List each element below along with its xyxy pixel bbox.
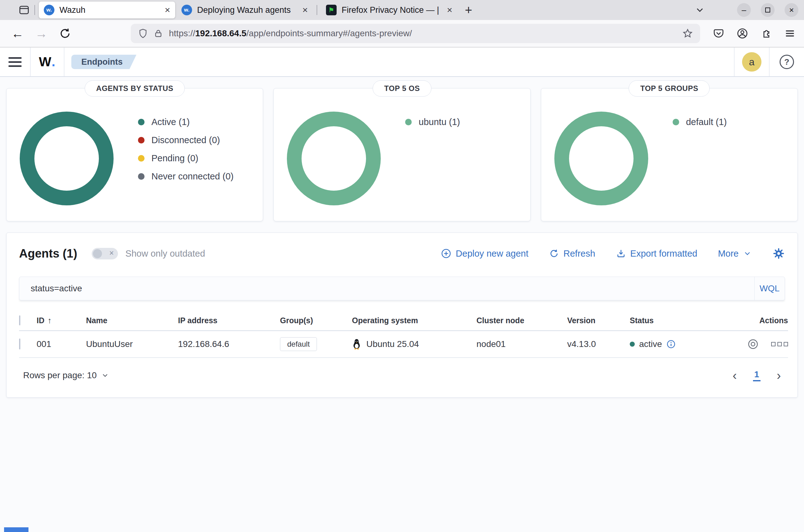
- export-formatted-button[interactable]: Export formatted: [616, 248, 697, 259]
- tab-wazuh[interactable]: w. Wazuh ×: [39, 2, 175, 18]
- prev-page-button[interactable]: ‹: [733, 369, 737, 382]
- agents-title: Agents (1): [19, 247, 77, 260]
- wazuh-menu-button[interactable]: [0, 48, 30, 76]
- column-operating-system[interactable]: Operating system: [352, 316, 476, 325]
- refresh-button[interactable]: Refresh: [549, 248, 595, 259]
- tab-separator: [316, 5, 317, 15]
- agents-by-status-donut-chart[interactable]: [20, 112, 113, 205]
- refresh-icon: [549, 248, 559, 259]
- page-number[interactable]: 1: [753, 369, 761, 381]
- bookmark-star-icon[interactable]: [682, 28, 693, 39]
- next-page-button[interactable]: ›: [777, 369, 781, 382]
- status-active-dot: [630, 342, 635, 347]
- card-title: AGENTS BY STATUS: [85, 80, 185, 97]
- minimize-button[interactable]: –: [737, 3, 751, 17]
- wql-search-bar[interactable]: status=active WQL: [19, 277, 785, 300]
- account-icon[interactable]: [736, 27, 748, 39]
- top-5-os-donut-chart[interactable]: [287, 112, 381, 205]
- linux-tux-icon: [352, 339, 361, 350]
- legend-dot: [673, 119, 679, 125]
- legend-item-never-connected[interactable]: Never connected (0): [138, 167, 234, 185]
- close-window-button[interactable]: ×: [785, 3, 798, 17]
- tab-close-icon[interactable]: ×: [302, 5, 308, 15]
- firefox-view-icon: [18, 4, 30, 16]
- help-icon[interactable]: ?: [780, 55, 794, 69]
- app-menu-hamburger-icon[interactable]: [784, 27, 796, 39]
- hamburger-icon: [8, 57, 22, 59]
- rows-per-page-selector[interactable]: Rows per page: 10: [23, 370, 109, 380]
- column-cluster-node[interactable]: Cluster node: [476, 316, 567, 325]
- table-settings-button[interactable]: [772, 247, 785, 260]
- column-name[interactable]: Name: [86, 316, 178, 325]
- group-chip-default[interactable]: default: [280, 337, 317, 351]
- back-button[interactable]: ←: [11, 27, 24, 40]
- list-all-tabs-chevron-icon[interactable]: [695, 5, 705, 15]
- agent-name[interactable]: UbuntuUser: [86, 339, 178, 349]
- forward-button[interactable]: →: [35, 27, 48, 40]
- tracking-protection-shield-icon[interactable]: [138, 28, 148, 39]
- column-ip-address[interactable]: IP address: [178, 316, 280, 325]
- url-text[interactable]: https://192.168.64.5/app/endpoints-summa…: [169, 28, 682, 38]
- agent-os: Ubuntu 25.04: [366, 339, 419, 349]
- column-version[interactable]: Version: [567, 316, 630, 325]
- legend-item-default[interactable]: default (1): [673, 113, 727, 131]
- agent-version: v4.13.0: [567, 339, 630, 349]
- legend-item-active[interactable]: Active (1): [138, 113, 234, 131]
- url-path: /app/endpoints-summary#/agents-preview/: [246, 28, 412, 38]
- column-id[interactable]: ID↑: [37, 316, 86, 325]
- column-groups[interactable]: Group(s): [280, 316, 352, 325]
- column-status[interactable]: Status: [630, 316, 717, 325]
- tab-close-icon[interactable]: ×: [447, 5, 452, 15]
- reload-icon: [59, 27, 71, 40]
- show-only-outdated-toggle[interactable]: ×: [92, 248, 118, 260]
- card-title: TOP 5 GROUPS: [629, 80, 710, 97]
- agents-table: ID↑ Name IP address Group(s) Operating s…: [19, 310, 788, 358]
- gear-icon: [772, 247, 785, 260]
- new-tab-button[interactable]: +: [465, 3, 472, 17]
- search-query[interactable]: status=active: [31, 284, 754, 293]
- legend-item-ubuntu[interactable]: ubuntu (1): [405, 113, 460, 131]
- wazuh-logo[interactable]: W.: [31, 48, 64, 76]
- url-bar[interactable]: https://192.168.64.5/app/endpoints-summa…: [131, 24, 700, 43]
- tab-title: Deploying Wazuh agents: [197, 5, 299, 15]
- legend: default (1): [673, 113, 727, 131]
- column-actions: Actions: [717, 316, 788, 325]
- breadcrumb-endpoints[interactable]: Endpoints: [71, 55, 136, 69]
- browser-nav-bar: ← → https://192.168.64.5/app/endpoints-s…: [0, 20, 804, 48]
- status-info-icon[interactable]: [666, 339, 676, 349]
- maximize-button[interactable]: [761, 3, 774, 17]
- legend: Active (1) Disconnected (0) Pending (0) …: [138, 113, 234, 185]
- agent-status: active: [639, 339, 662, 349]
- tab-firefox-privacy-notice[interactable]: ⚑ Firefox Privacy Notice — | ×: [321, 2, 457, 18]
- table-footer: Rows per page: 10 ‹ 1 ›: [23, 365, 781, 385]
- screen-edge-artifact: [4, 527, 29, 532]
- pocket-icon[interactable]: [713, 27, 725, 39]
- card-top-5-groups: TOP 5 GROUPS default (1): [541, 88, 798, 221]
- tab-close-icon[interactable]: ×: [165, 5, 170, 15]
- legend-dot: [138, 173, 145, 180]
- privacy-notice-favicon-icon: ⚑: [326, 5, 336, 15]
- user-avatar[interactable]: a: [742, 52, 762, 72]
- select-all-checkbox[interactable]: [19, 316, 20, 325]
- connection-lock-icon[interactable]: [153, 28, 163, 38]
- top-5-groups-donut-chart[interactable]: [554, 112, 648, 205]
- tab-deploying-wazuh-agents[interactable]: w. Deploying Wazuh agents ×: [177, 2, 313, 18]
- toggle-off-x-icon: ×: [109, 248, 114, 258]
- browser-tab-bar: w. Wazuh × w. Deploying Wazuh agents × ⚑…: [0, 0, 804, 20]
- deploy-new-agent-button[interactable]: Deploy new agent: [441, 248, 528, 259]
- legend-item-disconnected[interactable]: Disconnected (0): [138, 131, 234, 149]
- view-agent-eye-icon[interactable]: [747, 339, 759, 350]
- row-checkbox[interactable]: [19, 339, 20, 349]
- reload-button[interactable]: [59, 27, 71, 40]
- legend-item-pending[interactable]: Pending (0): [138, 149, 234, 167]
- extensions-puzzle-icon[interactable]: [760, 27, 772, 39]
- firefox-view-button[interactable]: [17, 3, 31, 17]
- tab-separator: [34, 5, 35, 15]
- wql-language-button[interactable]: WQL: [754, 284, 785, 293]
- wazuh-favicon-icon: w.: [44, 5, 54, 15]
- more-actions-icon[interactable]: [771, 342, 788, 346]
- agent-cluster-node: node01: [476, 339, 567, 349]
- firefox-window: w. Wazuh × w. Deploying Wazuh agents × ⚑…: [0, 0, 804, 532]
- more-button[interactable]: More: [718, 248, 752, 259]
- table-row[interactable]: 001 UbuntuUser 192.168.64.6 default U: [19, 331, 788, 358]
